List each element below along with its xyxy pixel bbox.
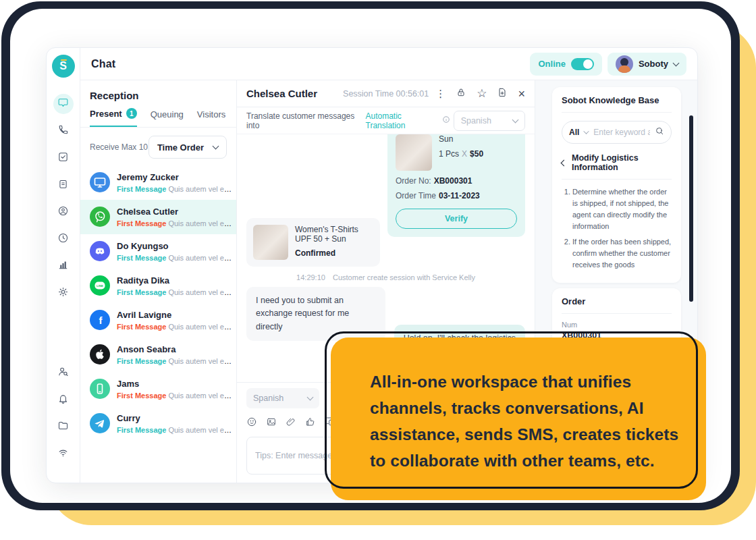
tab-visitors[interactable]: Visitors (197, 108, 225, 127)
facebook-icon: f (90, 310, 110, 330)
telegram-icon (90, 413, 110, 433)
auto-translation-link[interactable]: Automatic Translation (366, 111, 439, 130)
search-filter-value[interactable]: All (569, 128, 579, 137)
contact-name: Do Kyungso (117, 241, 227, 251)
article-header[interactable]: Modify Logistics Information (562, 153, 672, 180)
first-message-tag: First Message (117, 357, 166, 365)
app-sidebar: S (47, 48, 80, 483)
callout-text: All-in-one workspace that unifies channe… (331, 338, 706, 474)
knowledge-base-title: Sobot Knowledge Base (562, 95, 672, 113)
order-no-label: Order No: (396, 176, 431, 186)
online-label: Online (538, 59, 565, 69)
message-preview: Quis autem vel eum iu... (168, 426, 232, 434)
thumbs-up-icon[interactable] (305, 416, 316, 430)
callout-sticker: All-in-one workspace that unifies channe… (331, 338, 706, 500)
order-message-card: Sun 1 PcsX$50 Order No:XB000301 Order Ti… (387, 134, 525, 237)
user-search-icon (57, 366, 69, 380)
emoji-icon[interactable] (246, 416, 257, 430)
wifi-icon (57, 447, 69, 461)
sidebar-item-notifications[interactable] (53, 389, 74, 410)
first-message-tag: First Message (117, 254, 166, 262)
sidebar-item-tickets[interactable] (53, 175, 74, 195)
paperclip-icon[interactable] (286, 416, 296, 430)
image-attach-icon[interactable] (266, 416, 277, 430)
tab-queuing[interactable]: Queuing (151, 108, 184, 127)
sort-order-select[interactable]: Time Order (148, 136, 227, 159)
gear-icon (57, 286, 69, 300)
close-icon[interactable]: × (518, 88, 525, 100)
user-avatar (616, 55, 633, 73)
product-qty: 1 Pcs (439, 149, 459, 159)
apple-icon (90, 344, 110, 364)
discord-icon (90, 241, 110, 261)
sidebar-item-chat[interactable] (53, 94, 74, 114)
message-preview: Quis autem vel eum iu... (168, 254, 232, 262)
knowledge-search[interactable]: All Enter keyword a... (562, 121, 672, 144)
panel-scrollbar[interactable] (689, 115, 693, 302)
first-message-tag: First Message (117, 323, 166, 331)
times-symbol: X (462, 149, 467, 159)
file-add-icon[interactable] (497, 87, 508, 101)
chevron-down-icon (584, 128, 589, 134)
sidebar-item-agents[interactable] (53, 202, 74, 222)
bar-chart-icon (57, 259, 69, 273)
article-step: If the order has been shipped, confirm w… (572, 236, 672, 271)
list-item[interactable]: LINE Raditya Dika First Message Quis aut… (80, 269, 236, 303)
verify-button[interactable]: Verify (396, 209, 517, 229)
contact-name: Raditya Dika (117, 275, 227, 286)
system-message: 14:29:10 Customer create session with Se… (237, 273, 535, 281)
svg-text:f: f (99, 315, 103, 326)
logo-accent-bar (61, 59, 67, 61)
bell-icon (57, 393, 69, 407)
folder-icon (57, 420, 69, 434)
article-step: Determine whether the order is shipped, … (572, 186, 672, 232)
system-message-time: 14:29:10 (296, 273, 325, 281)
list-item[interactable]: Do Kyungso First Message Quis autem vel … (80, 234, 236, 269)
chevron-left-icon (561, 159, 568, 166)
reception-tabs: Present 1 Queuing Visitors (80, 108, 236, 128)
list-item-selected[interactable]: Chelsea Cutler First Message Quis autem … (80, 200, 236, 234)
contact-name: Chelsea Cutler (117, 207, 227, 217)
lock-icon[interactable] (456, 87, 466, 101)
list-item[interactable]: Anson Seabra First Message Quis autem ve… (80, 338, 236, 372)
clipboard-icon (57, 178, 69, 192)
star-icon[interactable]: ☆ (477, 88, 487, 99)
list-item[interactable]: Curry First Message Quis autem vel eum i… (80, 406, 236, 441)
message-preview: Quis autem vel eum iu... (168, 185, 232, 193)
translate-language-select[interactable]: Spanish (454, 111, 525, 131)
tab-queuing-label: Queuing (151, 109, 184, 119)
user-menu[interactable]: Soboty (608, 53, 686, 76)
tab-present[interactable]: Present 1 (90, 108, 137, 127)
translate-label: Translate customer messages into (246, 111, 362, 130)
online-toggle[interactable] (571, 58, 594, 70)
mobile-app-icon (90, 379, 110, 399)
sidebar-item-user-search[interactable] (53, 362, 74, 383)
list-item[interactable]: Jams First Message Quis autem vel eum iu… (80, 372, 236, 406)
sidebar-item-calls[interactable] (53, 121, 74, 141)
check-square-icon (57, 151, 69, 165)
user-name: Soboty (639, 59, 668, 69)
list-item[interactable]: f Avril Lavigne First Message Quis autem… (80, 303, 236, 338)
chevron-down-icon (307, 394, 314, 401)
order-time-label: Order Time (396, 191, 436, 200)
more-options-icon[interactable]: ⋮ (435, 88, 446, 99)
sidebar-item-network[interactable] (53, 443, 74, 464)
article-title: Modify Logistics Information (572, 153, 672, 172)
list-item[interactable]: Jeremy Zucker First Message Quis autem v… (80, 165, 236, 200)
composer-language-select[interactable]: Spanish (246, 388, 319, 408)
message-preview: Quis autem vel eum iu... (168, 219, 232, 227)
sidebar-item-history[interactable] (53, 229, 74, 249)
knowledge-base-card: Sobot Knowledge Base All Enter keyword a… (552, 87, 681, 283)
article-steps: Determine whether the order is shipped, … (572, 186, 672, 271)
sidebar-item-analytics[interactable] (53, 256, 74, 276)
sidebar-item-files[interactable] (53, 416, 74, 437)
search-icon[interactable] (655, 126, 664, 138)
sidebar-item-tasks[interactable] (53, 148, 74, 168)
info-icon (442, 115, 450, 126)
translate-bar: Translate customer messages into Automat… (237, 107, 535, 134)
sidebar-item-settings[interactable] (53, 283, 74, 303)
search-placeholder[interactable]: Enter keyword a... (593, 128, 650, 137)
svg-text:LINE: LINE (97, 284, 103, 288)
clock-icon (57, 232, 69, 246)
product-status: Confirmed (295, 248, 373, 258)
